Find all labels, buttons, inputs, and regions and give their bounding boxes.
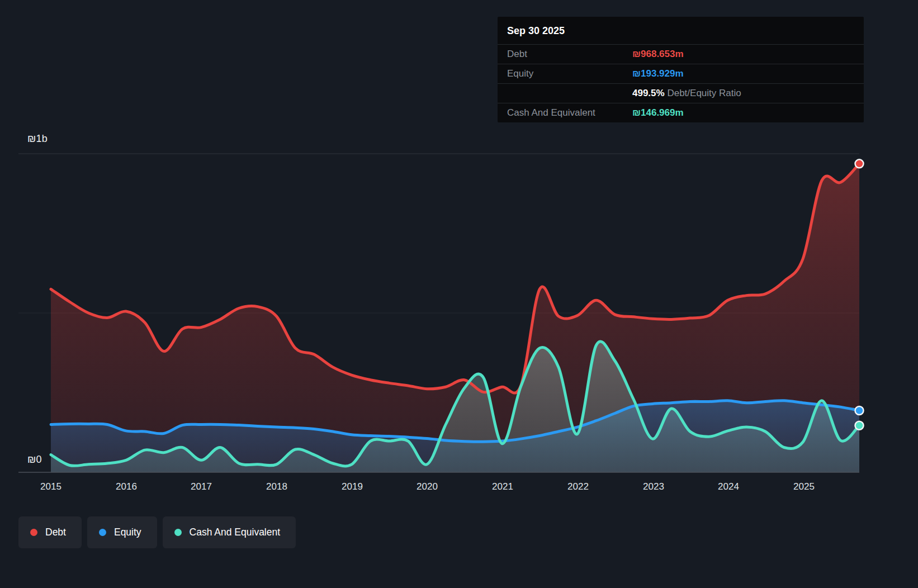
- x-tick-2015: 2015: [40, 481, 61, 492]
- y-axis-label-1b: ₪1b: [27, 133, 48, 145]
- cash-dot-icon: [174, 529, 182, 536]
- tooltip-row-cash: Cash And Equivalent ₪146.969m: [498, 103, 864, 122]
- tooltip-ratio: 499.5% Debt/Equity Ratio: [632, 88, 741, 99]
- x-tick-2018: 2018: [266, 481, 287, 492]
- tooltip-row-ratio: 499.5% Debt/Equity Ratio: [498, 83, 864, 103]
- x-tick-2019: 2019: [342, 481, 363, 492]
- x-tick-2021: 2021: [492, 481, 513, 492]
- gridlines: [18, 154, 859, 313]
- tooltip-ratio-label: Debt/Equity Ratio: [667, 88, 741, 98]
- legend-item-debt[interactable]: Debt: [18, 516, 82, 548]
- tooltip-row-equity: Equity ₪193.929m: [498, 64, 864, 83]
- x-tick-2024: 2024: [718, 481, 739, 492]
- tooltip-ratio-value: 499.5%: [632, 88, 665, 98]
- tooltip-panel: Sep 30 2025 Debt ₪968.653m Equity ₪193.9…: [498, 17, 864, 122]
- tooltip-debt-value: ₪968.653m: [632, 49, 684, 60]
- legend-cash-label: Cash And Equivalent: [190, 527, 280, 538]
- debt-equity-history-chart: ₪1b ₪0 2015 2016 2017 2018 2019 2020 202…: [0, 0, 918, 588]
- tooltip-date: Sep 30 2025: [498, 17, 864, 44]
- legend-item-cash[interactable]: Cash And Equivalent: [163, 516, 296, 548]
- tooltip-cash-label: Cash And Equivalent: [507, 107, 632, 118]
- legend: Debt Equity Cash And Equivalent: [18, 516, 296, 548]
- tooltip-cash-value: ₪146.969m: [632, 107, 684, 118]
- y-axis-label-0: ₪0: [27, 454, 42, 466]
- legend-debt-label: Debt: [45, 527, 66, 538]
- tooltip-row-debt: Debt ₪968.653m: [498, 44, 864, 64]
- tooltip-debt-label: Debt: [507, 49, 632, 60]
- tooltip-equity-value: ₪193.929m: [632, 68, 684, 79]
- x-tick-2025: 2025: [793, 481, 815, 492]
- debt-dot-icon: [30, 529, 37, 536]
- x-tick-2020: 2020: [417, 481, 438, 492]
- legend-item-equity[interactable]: Equity: [87, 516, 157, 548]
- tooltip-equity-label: Equity: [507, 68, 632, 79]
- x-tick-2023: 2023: [643, 481, 664, 492]
- x-tick-2016: 2016: [116, 481, 137, 492]
- x-tick-2022: 2022: [567, 481, 589, 492]
- x-tick-2017: 2017: [191, 481, 212, 492]
- legend-equity-label: Equity: [114, 527, 141, 538]
- series-areas: [51, 164, 859, 472]
- equity-dot-icon: [99, 529, 106, 536]
